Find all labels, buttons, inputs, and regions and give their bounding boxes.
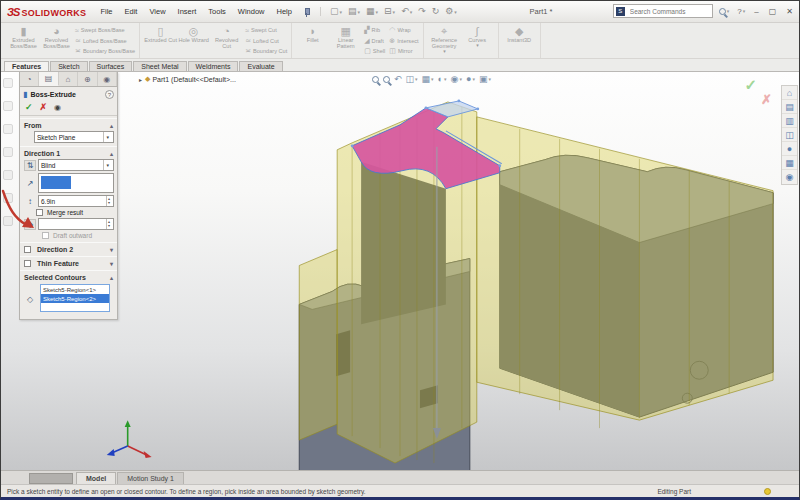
model-viewport[interactable] [1, 72, 799, 470]
print-button[interactable]: ⊟▾ [381, 7, 398, 16]
boundary-cut-button[interactable]: ≍Boundary Cut [245, 46, 287, 57]
undo-button[interactable]: ↶▾ [398, 7, 415, 16]
instant3d-button[interactable]: ◆Instant3D [503, 24, 536, 57]
section-view-button[interactable]: ◫▾ [405, 74, 419, 84]
hole-wizard-button[interactable]: ◎Hole Wizard [177, 24, 210, 57]
boundary-boss-base-button[interactable]: ≍Boundary Boss/Base [75, 46, 135, 57]
tab-sheet-metal[interactable]: Sheet Metal [133, 61, 186, 71]
chevron-down-icon[interactable]: ▾ [393, 9, 396, 15]
rib-button[interactable]: ▞Rib [364, 25, 385, 36]
menu-tools[interactable]: Tools [202, 5, 232, 18]
direction2-checkbox[interactable] [24, 246, 31, 253]
chevron-down-icon[interactable]: ▾ [358, 9, 361, 15]
tab-model[interactable]: Model [76, 472, 116, 484]
chevron-down-icon[interactable]: ▾ [376, 9, 379, 15]
depth-spinner[interactable]: ▴▾ [106, 196, 111, 206]
detailed-preview-icon[interactable]: ◉ [54, 103, 61, 112]
menu-file[interactable]: File [94, 5, 118, 18]
contour-list-item[interactable]: Sketch5-Region<2> [41, 294, 109, 303]
save-button[interactable]: ▦▾ [363, 7, 381, 16]
tab-motion-study[interactable]: Motion Study 1 [117, 472, 184, 484]
tab-weldments[interactable]: Weldments [188, 61, 239, 71]
draft-button[interactable]: ◢Draft [364, 35, 385, 46]
curves-button[interactable]: ∫Curves▾ [461, 24, 494, 57]
design-library-button[interactable]: ▤ [782, 100, 797, 114]
linear-pattern-button[interactable]: ▦Linear Pattern [329, 24, 362, 57]
menu-insert[interactable]: Insert [172, 5, 203, 18]
panel-help-icon[interactable]: ? [105, 90, 114, 99]
confirm-cancel-button[interactable]: ✗ [761, 92, 772, 107]
panel-tab-configurationmanager[interactable]: ⌂ [59, 72, 78, 86]
swept-cut-button[interactable]: ≈Swept Cut [245, 25, 287, 36]
chevron-down-icon[interactable]: ▾ [103, 132, 111, 142]
solidworks-resources-button[interactable]: ⌂ [782, 86, 797, 100]
confirm-ok-button[interactable]: ✓ [744, 76, 757, 94]
group-from[interactable]: From ▴ [20, 118, 117, 130]
search-input[interactable] [628, 7, 704, 16]
tab-splitter-handle[interactable] [29, 473, 73, 484]
view-orientation-button[interactable]: ▦▾ [421, 74, 435, 84]
group-selected-contours[interactable]: Selected Contours ▴ [20, 270, 117, 282]
pin-menu-icon[interactable] [302, 8, 310, 16]
tab-evaluate[interactable]: Evaluate [239, 61, 282, 71]
panel-tab-dimxpertmanager[interactable]: ⊕ [78, 72, 97, 86]
lofted-boss-base-button[interactable]: ≃Lofted Boss/Base [75, 35, 135, 46]
open-button[interactable]: ▤▾ [345, 7, 363, 16]
swept-boss-base-button[interactable]: ≈Swept Boss/Base [75, 25, 135, 36]
draft-outward-checkbox[interactable] [42, 232, 49, 239]
hide-show-items-button[interactable]: ◉▾ [450, 74, 463, 84]
end-condition-dropdown[interactable]: Blind ▾ [38, 159, 114, 171]
chevron-down-icon[interactable]: ▾ [339, 9, 342, 15]
view-palette-button[interactable]: ◫ [782, 128, 797, 142]
zoom-fit-button[interactable] [371, 76, 380, 83]
contour-list-item[interactable]: Sketch5-Region<1> [41, 285, 109, 294]
restore-button[interactable]: ▢ [766, 7, 780, 16]
panel-tab-featuremanager[interactable]: ▤ [39, 72, 58, 86]
chevron-down-icon[interactable]: ▾ [410, 9, 413, 15]
merge-result-checkbox[interactable] [36, 209, 43, 216]
fillet-button[interactable]: ◗Fillet [296, 24, 329, 57]
flyout-feature-tree[interactable]: ▸ ◆ Part1 (Default<<Default>... [139, 75, 236, 83]
options-button[interactable]: ⚙▾ [442, 7, 460, 16]
extruded-boss-base-button[interactable]: ▮Extruded Boss/Base [7, 24, 40, 57]
menu-help[interactable]: Help [271, 5, 298, 18]
chevron-down-icon[interactable]: ▾ [454, 9, 457, 15]
tab-features[interactable]: Features [4, 61, 49, 71]
group-thin-feature[interactable]: Thin Feature ▾ [20, 256, 117, 268]
depth-input[interactable]: 6.9in ▴▾ [38, 195, 114, 207]
panel-tab-propertymanager[interactable]: ◔ [20, 72, 39, 86]
tree-expand-icon[interactable]: ▸ [139, 76, 142, 83]
draft-spinner[interactable]: ▴▾ [106, 219, 111, 229]
previous-view-button[interactable]: ↶ [393, 74, 403, 84]
view-settings-button[interactable]: ▣▾ [478, 74, 492, 84]
shell-button[interactable]: ▢Shell [364, 46, 385, 57]
graphics-area[interactable]: ▸ ◆ Part1 (Default<<Default>... ↶◫▾▦▾◐▾◉… [1, 72, 799, 470]
cancel-button[interactable]: ✗ [40, 102, 48, 112]
help-button[interactable]: ?▾ [735, 7, 747, 16]
selected-contours-list[interactable]: Sketch5-Region<1>Sketch5-Region<2> [40, 284, 110, 312]
chevron-down-icon[interactable]: ▾ [103, 160, 111, 170]
wrap-button[interactable]: ◠Wrap [389, 25, 418, 36]
custom-properties-button[interactable]: ▦ [782, 156, 797, 170]
rebuild-button[interactable]: ↻ [429, 7, 443, 16]
spin-down-icon[interactable]: ▾ [108, 201, 110, 205]
menu-edit[interactable]: Edit [119, 5, 144, 18]
menu-window[interactable]: Window [232, 5, 271, 18]
from-dropdown[interactable]: Sketch Plane ▾ [34, 131, 114, 143]
search-commands-box[interactable]: S [613, 4, 713, 18]
panel-tab-displaymanager[interactable]: ◉ [98, 72, 117, 86]
new-button[interactable]: ▢▾ [327, 7, 345, 16]
redo-button[interactable]: ↷ [415, 7, 429, 16]
draft-icon[interactable]: ◆ [24, 219, 36, 230]
search-scope-icon[interactable]: S [616, 7, 625, 16]
display-style-button[interactable]: ◐▾ [437, 74, 448, 84]
tab-surfaces[interactable]: Surfaces [89, 61, 133, 71]
spin-down-icon[interactable]: ▾ [108, 224, 110, 228]
group-direction1[interactable]: Direction 1 ▴ [20, 146, 117, 158]
edit-appearance-button[interactable]: ●▾ [465, 74, 476, 84]
draft-angle-input[interactable]: ▴▾ [38, 218, 114, 230]
ok-button[interactable]: ✓ [25, 102, 33, 112]
reference-geometry-button[interactable]: ⌖Reference Geometry▾ [428, 24, 461, 57]
lofted-cut-button[interactable]: ≃Lofted Cut [245, 35, 287, 46]
search-button[interactable]: ▾ [717, 8, 732, 15]
